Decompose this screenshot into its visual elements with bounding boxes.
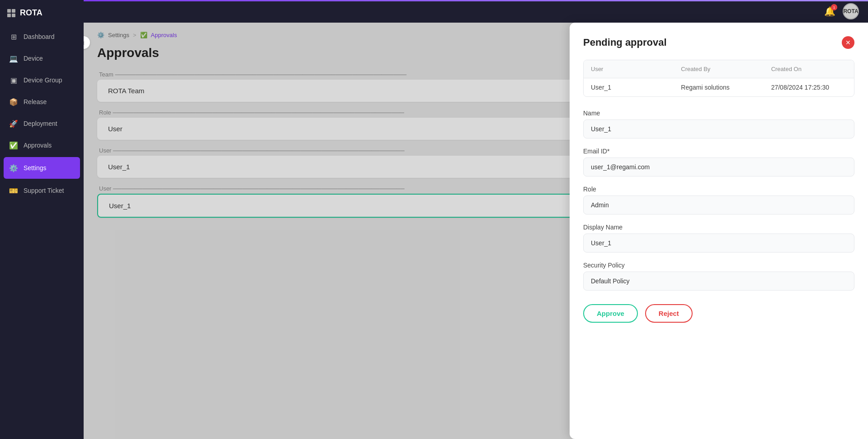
- row-created-on: 27/08/2024 17:25:30: [764, 78, 854, 96]
- deployment-icon: 🚀: [9, 119, 18, 128]
- sidebar-item-support-ticket[interactable]: 🎫 Support Ticket: [0, 180, 84, 201]
- panel-title: Pending approval: [583, 37, 667, 48]
- sidebar-item-label: Deployment: [24, 120, 57, 127]
- field-value-role: Admin: [583, 196, 854, 215]
- col-user-header: User: [584, 60, 674, 78]
- sidebar-nav: ⊞ Dashboard 💻 Device ▣ Device Group 📦 Re…: [0, 26, 84, 439]
- field-label-security-policy: Security Policy: [583, 262, 854, 269]
- notification-bell[interactable]: 🔔 1: [824, 6, 835, 17]
- settings-icon: ⚙️: [9, 163, 18, 172]
- panel-actions: Approve Reject: [583, 304, 854, 323]
- app-name: ROTA: [20, 8, 42, 18]
- info-table-header: User Created By Created On: [584, 60, 854, 78]
- pending-approval-panel: Pending approval ✕ User Created By Creat…: [570, 23, 868, 439]
- close-panel-button[interactable]: ✕: [842, 36, 854, 49]
- col-created-by-header: Created By: [674, 60, 764, 78]
- sidebar-item-label: Dashboard: [24, 33, 55, 40]
- field-value-name: User_1: [583, 119, 854, 138]
- field-role: Role Admin: [583, 186, 854, 215]
- support-icon: 🎫: [9, 186, 18, 195]
- panel-header: Pending approval ✕: [583, 36, 854, 49]
- sidebar-item-label: Release: [24, 98, 47, 105]
- device-group-icon: ▣: [9, 76, 18, 85]
- col-created-on-header: Created On: [764, 60, 854, 78]
- info-table: User Created By Created On User_1 Regami…: [583, 60, 854, 97]
- sidebar-item-label: Settings: [24, 164, 47, 172]
- sidebar-item-label: Device: [24, 55, 43, 62]
- field-name: Name User_1: [583, 110, 854, 138]
- field-value-email: user_1@regami.com: [583, 157, 854, 177]
- row-created-by: Regami solutions: [674, 78, 764, 96]
- sidebar-item-dashboard[interactable]: ⊞ Dashboard: [0, 26, 84, 48]
- release-icon: 📦: [9, 97, 18, 106]
- sidebar-item-device[interactable]: 💻 Device: [0, 48, 84, 69]
- field-security-policy: Security Policy Default Policy: [583, 262, 854, 291]
- sidebar-item-label: Approvals: [24, 142, 52, 149]
- sidebar-item-settings[interactable]: ⚙️ Settings: [4, 157, 80, 179]
- field-label-name: Name: [583, 110, 854, 117]
- notification-badge: 1: [831, 4, 837, 10]
- field-label-display-name: Display Name: [583, 224, 854, 231]
- sidebar-item-label: Support Ticket: [24, 187, 64, 194]
- approvals-icon: ✅: [9, 141, 18, 150]
- device-icon: 💻: [9, 54, 18, 63]
- field-label-role: Role: [583, 186, 854, 193]
- info-table-body: User_1 Regami solutions 27/08/2024 17:25…: [584, 78, 854, 96]
- sidebar-item-release[interactable]: 📦 Release: [0, 91, 84, 113]
- loading-bar: [84, 0, 868, 1]
- reject-button[interactable]: Reject: [645, 304, 693, 323]
- field-value-security-policy: Default Policy: [583, 272, 854, 291]
- content-wrapper: ‹ ⚙️ Settings > ✅ Approvals Approvals Te…: [84, 23, 868, 439]
- row-user: User_1: [584, 78, 674, 96]
- avatar[interactable]: ROTA: [843, 3, 859, 19]
- field-email: Email ID* user_1@regami.com: [583, 148, 854, 177]
- approve-button[interactable]: Approve: [583, 304, 638, 323]
- main-area: 🔔 1 ROTA ‹ ⚙️ Settings > ✅ Approvals App…: [84, 0, 868, 439]
- sidebar-item-deployment[interactable]: 🚀 Deployment: [0, 113, 84, 134]
- sidebar-item-label: Device Group: [24, 76, 62, 84]
- field-label-email: Email ID*: [583, 148, 854, 155]
- field-display-name: Display Name User_1: [583, 224, 854, 253]
- app-logo: ROTA: [0, 0, 84, 26]
- grid-icon: [7, 9, 15, 17]
- sidebar-item-device-group[interactable]: ▣ Device Group: [0, 69, 84, 91]
- sidebar: ROTA ⊞ Dashboard 💻 Device ▣ Device Group…: [0, 0, 84, 439]
- field-value-display-name: User_1: [583, 234, 854, 253]
- dashboard-icon: ⊞: [9, 32, 18, 41]
- topbar: 🔔 1 ROTA: [84, 0, 868, 23]
- sidebar-item-approvals[interactable]: ✅ Approvals: [0, 134, 84, 156]
